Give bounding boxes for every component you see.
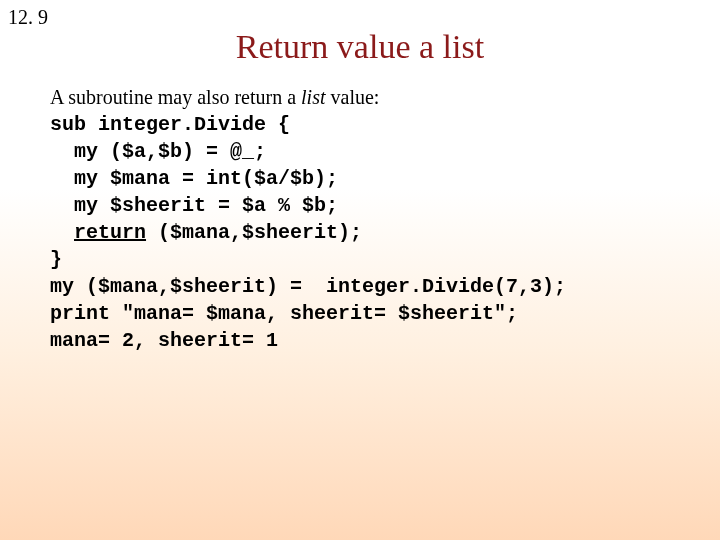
- code-return-keyword: return: [74, 221, 146, 244]
- code-block: sub integer.Divide { my ($a,$b) = @_; my…: [50, 111, 690, 354]
- code-line-6: }: [50, 248, 62, 271]
- code-line-3: my $mana = int($a/$b);: [50, 167, 338, 190]
- code-line-8: print "mana= $mana, sheerit= $sheerit";: [50, 302, 518, 325]
- code-line-4: my $sheerit = $a % $b;: [50, 194, 338, 217]
- intro-post: value:: [326, 86, 380, 108]
- slide-title: Return value a list: [0, 28, 720, 66]
- code-line-1: sub integer.Divide {: [50, 113, 290, 136]
- intro-pre: A subroutine may also return a: [50, 86, 301, 108]
- code-line-7: my ($mana,$sheerit) = integer.Divide(7,3…: [50, 275, 566, 298]
- code-line-2: my ($a,$b) = @_;: [50, 140, 266, 163]
- code-line-9: mana= 2, sheerit= 1: [50, 329, 278, 352]
- intro-italic: list: [301, 86, 325, 108]
- slide-content: A subroutine may also return a list valu…: [50, 84, 690, 354]
- code-line-5-indent: [50, 221, 74, 244]
- code-line-5-rest: ($mana,$sheerit);: [146, 221, 362, 244]
- intro-line: A subroutine may also return a list valu…: [50, 84, 690, 111]
- slide-number: 12. 9: [8, 6, 48, 29]
